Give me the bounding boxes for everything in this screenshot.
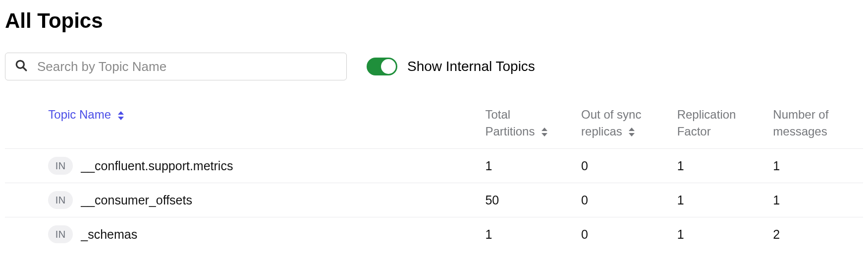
topic-name-text: __consumer_offsets [81,193,192,207]
controls-row: Show Internal Topics [5,53,863,80]
col-replication-factor: Replication Factor [671,100,767,149]
sort-icon [628,128,635,136]
svg-marker-3 [118,117,124,120]
search-container [5,53,347,80]
cell-messages: 1 [767,149,863,183]
topics-table: Topic Name Total Partitions Out of sync [5,100,863,251]
col-number-of-messages: Number of messages [767,100,863,149]
table-row[interactable]: IN__consumer_offsets50011 [5,183,863,217]
cell-messages: 2 [767,217,863,252]
search-input[interactable] [5,53,347,80]
svg-marker-2 [118,111,124,115]
page-title: All Topics [5,9,863,33]
internal-badge: IN [48,191,73,209]
col-total-partitions-l1: Total [485,106,569,123]
col-replication-l1: Replication [677,106,761,123]
cell-topic-name: IN__confluent.support.metrics [42,149,479,183]
col-topic-name[interactable]: Topic Name [42,100,479,149]
cell-topic-name: IN_schemas [42,217,479,252]
cell-total-partitions: 1 [479,217,575,252]
cell-out-of-sync: 0 [575,183,671,217]
col-messages-l2: messages [773,123,857,140]
toggle-knob [381,59,396,74]
cell-spacer [5,149,42,183]
table-row[interactable]: IN__confluent.support.metrics1011 [5,149,863,183]
col-spacer [5,100,42,149]
cell-out-of-sync: 0 [575,149,671,183]
toggle-label: Show Internal Topics [407,59,535,74]
cell-replication: 1 [671,149,767,183]
svg-marker-5 [542,133,547,136]
cell-replication: 1 [671,183,767,217]
cell-replication: 1 [671,217,767,252]
cell-messages: 1 [767,183,863,217]
svg-marker-7 [629,133,635,136]
col-messages-l1: Number of [773,106,857,123]
show-internal-toggle[interactable] [367,58,397,75]
sort-icon [117,111,124,120]
toggle-group: Show Internal Topics [367,58,535,75]
cell-topic-name: IN__consumer_offsets [42,183,479,217]
cell-spacer [5,217,42,252]
col-out-of-sync-l1: Out of sync [581,106,665,123]
internal-badge: IN [48,225,73,243]
table-row[interactable]: IN_schemas1012 [5,217,863,252]
table-header-row: Topic Name Total Partitions Out of sync [5,100,863,149]
svg-marker-6 [629,128,635,131]
col-total-partitions[interactable]: Total Partitions [479,100,575,149]
col-total-partitions-l2: Partitions [485,125,535,138]
topic-name-text: _schemas [81,227,137,242]
sort-icon [541,128,548,136]
cell-out-of-sync: 0 [575,217,671,252]
svg-marker-4 [542,128,547,131]
cell-spacer [5,183,42,217]
col-out-of-sync-l2: replicas [581,125,622,138]
topic-name-text: __confluent.support.metrics [81,159,233,173]
col-topic-name-label: Topic Name [48,108,111,121]
cell-total-partitions: 50 [479,183,575,217]
cell-total-partitions: 1 [479,149,575,183]
col-out-of-sync[interactable]: Out of sync replicas [575,100,671,149]
internal-badge: IN [48,157,73,175]
col-replication-l2: Factor [677,123,761,140]
